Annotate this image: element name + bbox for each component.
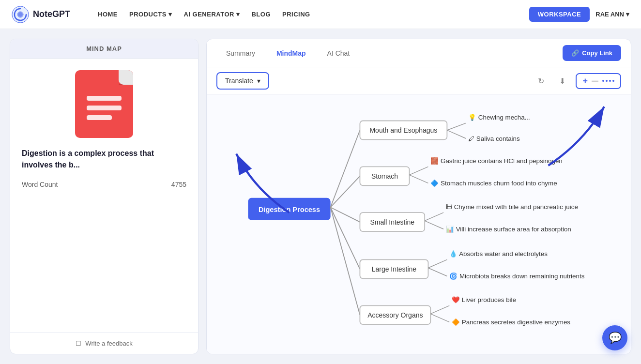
toolbar-icons: ↻ ⬇ + —: [533, 73, 621, 89]
nav-pricing[interactable]: PRICING: [282, 11, 310, 18]
large-leaf2: 🌀 Microbiota breaks down remaining nutri…: [449, 272, 584, 280]
chat-icon: 💬: [609, 332, 622, 344]
logo-icon: [12, 6, 29, 23]
document-icon: [75, 70, 133, 138]
zoom-dots: [602, 80, 614, 82]
feedback-label: Write a feedback: [85, 340, 132, 347]
mouth-leaf1: 💡 Chewing mecha...: [468, 113, 530, 121]
zoom-dot-3: [609, 80, 611, 82]
mindmap-svg: Digestion Process Mouth and Esophagus 💡 …: [207, 95, 631, 354]
stomach-leaf2: 🔷 Stomach muscles churn food into chyme: [430, 179, 557, 187]
large-intestine-label: Large Intestine: [372, 265, 417, 273]
connector-stomach-leaf2: [410, 175, 428, 183]
connector-mouth-leaf1: [447, 123, 466, 130]
zoom-separator: —: [592, 77, 598, 85]
accessory-organs-label: Accessory Organs: [367, 311, 423, 319]
link-icon: 🔗: [571, 49, 579, 57]
toolbar: Translate ▾ ↻ ⬇ + —: [207, 67, 631, 95]
connector-accessory: [331, 207, 360, 315]
connector-small: [331, 207, 360, 222]
zoom-dot-4: [612, 80, 614, 82]
accessory-leaf1: ❤️ Liver produces bile: [452, 296, 516, 304]
copy-link-button[interactable]: 🔗 Copy Link: [563, 45, 621, 61]
doc-line-2: [87, 106, 122, 110]
left-panel: MIND MAP Digestion is a complex process …: [10, 39, 198, 354]
small-leaf1: 🎞 Chyme mixed with bile and pancreatic j…: [446, 203, 578, 211]
navbar: NoteGPT HOME PRODUCTS ▾ AI GENERATOR ▾ B…: [0, 0, 641, 29]
connector-stomach-leaf1: [410, 167, 428, 175]
refresh-icon[interactable]: ↻: [533, 73, 549, 89]
tab-ai-chat[interactable]: AI Chat: [318, 46, 360, 61]
small-leaf2: 📊 Villi increase surface area for absorp…: [446, 225, 571, 233]
word-count-label: Word Count: [22, 181, 58, 188]
left-panel-body: Digestion is a complex process that invo…: [10, 59, 198, 333]
nav-actions: WORKSPACE RAE ANN ▾: [529, 7, 629, 22]
connector-small-leaf2: [425, 221, 443, 229]
zoom-in-icon[interactable]: +: [582, 76, 588, 86]
word-count-row: Word Count 4755: [22, 181, 186, 188]
chevron-down-icon: ▾: [257, 77, 260, 85]
connector-stomach: [331, 176, 360, 207]
zoom-controls: + —: [576, 73, 621, 89]
main-content: MIND MAP Digestion is a complex process …: [0, 29, 641, 364]
word-count-value: 4755: [171, 181, 186, 188]
chevron-down-icon: ▾: [168, 11, 172, 18]
mindmap-area: Digestion Process Mouth and Esophagus 💡 …: [207, 95, 631, 354]
left-panel-header: MIND MAP: [10, 39, 198, 59]
connector-large-leaf1: [428, 259, 447, 268]
connector-accessory-leaf1: [430, 305, 449, 314]
connector-mouth: [331, 130, 360, 207]
doc-description: Digestion is a complex process that invo…: [22, 148, 186, 171]
small-intestine-label: Small Intestine: [370, 218, 414, 226]
chevron-down-icon: ▾: [626, 11, 629, 18]
connector-large-leaf2: [428, 268, 447, 276]
accessory-leaf2: 🔶 Pancreas secretes digestive enzymes: [452, 318, 570, 326]
chevron-down-icon: ▾: [236, 11, 240, 18]
logo[interactable]: NoteGPT: [12, 6, 70, 23]
chat-fab[interactable]: 💬: [602, 325, 627, 350]
download-icon[interactable]: ⬇: [554, 73, 570, 89]
nav-ai-generator[interactable]: AI GENERATOR ▾: [183, 11, 240, 18]
nav-divider: [84, 7, 84, 22]
doc-lines: [87, 96, 122, 120]
doc-line-1: [87, 96, 122, 101]
connector-accessory-leaf2: [430, 314, 449, 322]
feedback-button[interactable]: ☐ Write a feedback: [10, 333, 198, 354]
stomach-node-label: Stomach: [371, 172, 398, 180]
translate-select[interactable]: Translate ▾: [216, 72, 269, 90]
large-leaf1: 💧 Absorbs water and electrolytes: [449, 250, 548, 258]
feedback-icon: ☐: [76, 340, 81, 347]
doc-icon-wrap: [75, 70, 133, 138]
nav-links: HOME PRODUCTS ▾ AI GENERATOR ▾ BLOG PRIC…: [98, 11, 519, 18]
nav-blog[interactable]: BLOG: [251, 11, 271, 18]
doc-line-3: [87, 115, 112, 120]
mouth-leaf2: 🖊 Saliva contains: [468, 135, 520, 142]
tab-mindmap[interactable]: MindMap: [267, 46, 316, 61]
nav-home[interactable]: HOME: [98, 11, 118, 18]
user-menu[interactable]: RAE ANN ▾: [595, 11, 629, 18]
zoom-dot-1: [602, 80, 604, 82]
logo-text: NoteGPT: [33, 9, 70, 19]
stomach-leaf1: 🧱 Gastric juice contains HCl and pepsino…: [430, 157, 562, 165]
nav-products[interactable]: PRODUCTS ▾: [129, 11, 172, 18]
center-node-label: Digestion Process: [259, 206, 320, 213]
workspace-button[interactable]: WORKSPACE: [529, 7, 590, 22]
right-panel: Summary MindMap AI Chat 🔗 Copy Link Tran…: [206, 39, 631, 354]
connector-mouth-leaf2: [447, 130, 466, 138]
connector-small-leaf1: [425, 212, 443, 221]
tab-summary[interactable]: Summary: [216, 46, 265, 61]
zoom-dot-2: [606, 80, 608, 82]
mouth-node-label: Mouth and Esophagus: [369, 126, 437, 134]
right-panel-header: Summary MindMap AI Chat 🔗 Copy Link: [207, 39, 631, 67]
